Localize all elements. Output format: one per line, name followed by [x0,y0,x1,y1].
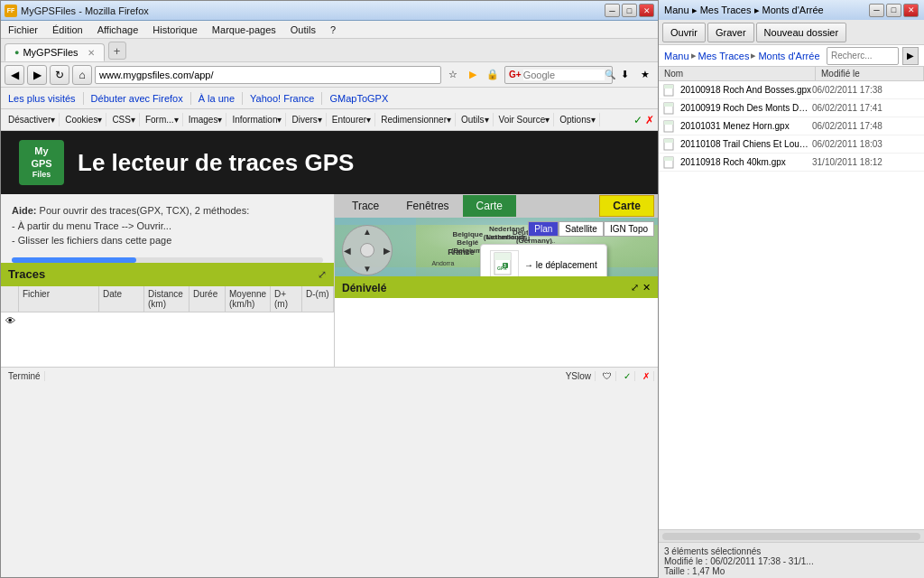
list-item[interactable]: 20100918 Roch And Bosses.gpx 06/02/2011 … [659,81,924,99]
url-input[interactable] [95,66,441,84]
tab-close[interactable]: ✕ [88,48,95,58]
refresh-button[interactable]: ↻ [50,65,69,85]
nav-right[interactable]: ▶ [383,246,391,256]
menu-affichage[interactable]: Affichage [94,23,143,37]
bookmark-gmaptogpx[interactable]: GMapToGPX [326,91,392,106]
list-item[interactable]: 20100919 Roch Des Monts Darree. Mix 50..… [659,99,924,117]
map-type-plan[interactable]: Plan [528,221,559,237]
bookmark-mgr-icon[interactable]: ★ [636,66,654,84]
list-item[interactable]: 20101031 Menez Horn.gpx 06/02/2011 17:48 [659,117,924,135]
nav-up[interactable]: ▲ [363,227,372,237]
new-tab-button[interactable]: + [108,42,126,60]
menu-fichier[interactable]: Fichier [5,23,42,37]
elevation-panel: Dénivelé ⤢ ✕ [335,276,658,367]
file-manager: Manu ▸ Mes Traces ▸ Monts d'Arrée ─ □ ✕ … [658,0,924,578]
status-ready: Terminé [5,371,45,381]
fm-title-bar: Manu ▸ Mes Traces ▸ Monts d'Arrée ─ □ ✕ [659,0,924,20]
search-input[interactable] [523,70,605,80]
yslow-label[interactable]: YSlow [562,371,596,381]
fm-bc-mes-traces[interactable]: Mes Traces [698,51,750,61]
browser-tab-mygpsfiles[interactable]: ● MyGPSFiles ✕ [5,43,105,61]
elevation-expand-icon[interactable]: ⤢ [631,282,639,294]
fm-col-date[interactable]: Modifié le [816,67,924,80]
bookmark-les-plus[interactable]: Les plus visités [5,91,79,106]
security-icon[interactable]: 🔒 [484,66,502,84]
fm-window-title: Manu ▸ Mes Traces ▸ Monts d'Arrée [664,5,824,15]
toolbar-entourer[interactable]: Entourer▾ [328,113,375,126]
forward-button[interactable]: ▶ [27,65,47,85]
list-item[interactable]: 20110108 Trail Chiens Et Loups.gpx 06/02… [659,135,924,154]
tab-trace[interactable]: Trace [338,195,393,217]
tab-carte[interactable]: Carte [463,195,516,217]
toolbar-divers[interactable]: Divers▾ [288,113,326,126]
fm-new-folder-button[interactable]: Nouveau dossier [756,23,847,42]
bookmark-debuter[interactable]: Débuter avec Firefox [88,91,187,106]
tab-icon: ● [14,48,19,57]
bookmark-star[interactable]: ☆ [444,66,462,84]
fm-status-selected: 3 éléments sélectionnés [664,546,919,556]
eye-icon[interactable]: 👁 [1,315,19,326]
tab-fenetres[interactable]: Fenêtres [393,195,462,217]
toolbar-options[interactable]: Options▾ [556,113,599,126]
menu-help[interactable]: ? [327,23,339,37]
file-icon [662,137,677,152]
search-submit[interactable]: 🔍 [605,70,615,79]
fm-bc-monts[interactable]: Monts d'Arrée [758,51,819,61]
home-button[interactable]: ⌂ [72,65,92,85]
map-container[interactable]: Plan Satellite IGN Topo ▲ ▼ ◀ ▶ [335,218,658,276]
firebug-error-icon[interactable]: ✗ [645,114,654,126]
toolbar-desactiver[interactable]: Désactiver▾ [5,113,60,126]
fm-maximize-button[interactable]: □ [886,4,901,17]
fm-open-button[interactable]: Ouvrir [662,23,706,42]
toolbar-cookies[interactable]: Cookies▾ [61,113,106,126]
rss-icon[interactable]: ▶ [464,66,482,84]
firebug-ok-icon[interactable]: ✓ [633,114,642,126]
toolbar-information[interactable]: Information▾ [228,113,286,126]
minimize-button[interactable]: ─ [605,4,620,17]
file-name: 20101031 Menez Horn.gpx [680,121,812,131]
window-title: MyGPSFiles - Mozilla Firefox [21,5,149,16]
traces-title: Traces [8,267,45,281]
close-button[interactable]: ✕ [639,4,654,17]
fm-col-nom[interactable]: Nom [659,67,816,80]
toolbar-redimensionner[interactable]: Redimensionner▾ [377,113,456,126]
fm-bc-manu[interactable]: Manu [664,51,689,61]
status-error-icon[interactable]: ✗ [639,371,654,381]
toolbar-voir-source[interactable]: Voir Source▾ [495,113,555,126]
fm-search-button[interactable]: ▶ [902,47,919,65]
menu-historique[interactable]: Historique [149,23,201,37]
address-bar: ◀ ▶ ↻ ⌂ ☆ ▶ 🔒 G+ 🔍 ⬇ ★ [1,62,658,88]
col-distance: Distance (km) [144,286,189,312]
fm-scroll-track[interactable] [662,533,920,540]
status-shield-icon[interactable]: 🛡 [599,371,616,381]
fm-close-button[interactable]: ✕ [903,4,919,17]
map-tooltip[interactable]: GPX 3 → le déplacement [480,244,607,275]
nav-left[interactable]: ◀ [344,246,351,256]
map-type-satellite[interactable]: Satellite [559,221,604,237]
back-button[interactable]: ◀ [5,65,24,85]
traces-expand-icon[interactable]: ⤢ [318,268,327,281]
bookmark-yahoo[interactable]: Yahoo! France [246,91,318,106]
map-type-ign[interactable]: IGN Topo [604,221,654,237]
fm-minimize-button[interactable]: ─ [869,4,884,17]
toolbar-form[interactable]: Form...▾ [142,113,183,126]
fm-search-input[interactable] [827,47,899,65]
fm-scrollbar[interactable] [659,529,924,542]
downloads-icon[interactable]: ⬇ [615,66,633,84]
nav-down[interactable]: ▼ [363,264,372,274]
maximize-button[interactable]: □ [622,4,637,17]
fm-graver-button[interactable]: Graver [707,23,754,42]
status-ok-icon[interactable]: ✓ [620,371,635,381]
bookmark-a-la-une[interactable]: À la une [195,91,238,106]
toolbar-images[interactable]: Images▾ [185,113,227,126]
elevation-close-icon[interactable]: ✕ [642,282,651,294]
nav-center[interactable] [360,243,374,257]
toolbar-css[interactable]: CSS▾ [108,113,140,126]
fm-status-size: Taille : 1,47 Mo [664,566,919,576]
menu-outils[interactable]: Outils [287,23,319,37]
menu-marque-pages[interactable]: Marque-pages [208,23,280,37]
toolbar-outils[interactable]: Outils▾ [457,113,494,126]
file-name: 20100919 Roch Des Monts Darree. Mix 50..… [680,103,812,113]
menu-edition[interactable]: Édition [49,23,87,37]
list-item[interactable]: 20110918 Roch 40km.gpx 31/10/2011 18:12 [659,154,924,172]
